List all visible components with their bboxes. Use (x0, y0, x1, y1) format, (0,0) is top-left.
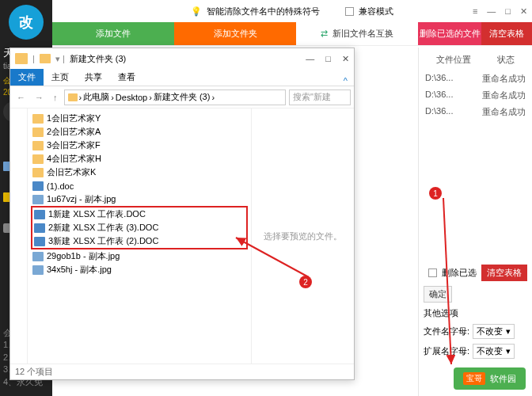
minimize-icon[interactable]: — (487, 6, 496, 17)
col-status: 状态 (497, 54, 515, 66)
ext-case-label: 扩展名字母: (424, 345, 469, 357)
del-checkbox[interactable] (428, 268, 437, 277)
highlight-box: 1新建 XLSX 工作表.DOC 2新建 XLSX 工作表 (3).DOC 3新… (31, 206, 248, 249)
bulb-icon: 💡 (191, 6, 202, 17)
list-item[interactable]: 会旧艺术家K (28, 166, 251, 179)
filename-case-label: 文件名字母: (424, 326, 469, 337)
list-item[interactable]: 3新建 XLSX 工作表 (2).DOC (32, 234, 246, 248)
del-label: 删除已选 (442, 267, 477, 279)
status-bar: 12 个项目 (10, 364, 354, 379)
file-explorer-window: | ▾ | 新建文件夹 (3) — □ ✕ 文件 主页 共享 查看 ^ ← → … (10, 48, 355, 380)
folder-icon (40, 54, 51, 63)
ribbon-tabs: 文件 主页 共享 查看 ^ (10, 69, 354, 86)
delete-selected-button[interactable]: 删除已选的文件 (418, 22, 481, 45)
list-item[interactable]: 1会旧艺术家Y (28, 112, 251, 125)
tab-home[interactable]: 主页 (44, 69, 77, 86)
list-item[interactable]: 34x5hj - 副本.jpg (28, 263, 251, 276)
filename-case-select[interactable]: 不改变▾ (473, 324, 515, 339)
folder-icon (32, 168, 44, 177)
image-icon (32, 252, 44, 261)
breadcrumb[interactable]: ›此电脑 ›Desktop ›新建文件夹 (3) › (64, 89, 287, 105)
tab-share[interactable]: 共享 (77, 69, 110, 86)
col-path: 文件位置 (436, 54, 471, 66)
callout-2: 2 (299, 276, 312, 288)
callout-1: 1 (429, 187, 442, 200)
forward-icon[interactable]: → (32, 93, 47, 102)
tip-text: 智能清除文件名中的特殊符号 (207, 6, 320, 17)
preview-pane: 选择要预览的文件。 (251, 109, 354, 364)
compat-label: 兼容模式 (359, 6, 393, 17)
image-icon (32, 265, 44, 275)
folder-icon (68, 93, 78, 101)
result-row[interactable]: D:\36...重命名成功 (424, 87, 527, 104)
list-item[interactable]: 29gob1b - 副本.jpg (28, 249, 251, 263)
chevron-down-icon: ▾ (506, 326, 511, 337)
list-item[interactable]: 2会旧艺术家A (28, 125, 251, 139)
folder-icon (32, 154, 44, 164)
folder-icon (32, 128, 44, 137)
tab-view[interactable]: 查看 (110, 69, 143, 86)
folder-icon (32, 114, 44, 124)
app-logo: 改 (9, 5, 44, 40)
add-folder-button[interactable]: 添加文件夹 (174, 22, 296, 45)
close-icon[interactable]: ✕ (342, 54, 349, 64)
image-icon (32, 195, 44, 204)
doc-icon (34, 237, 45, 246)
list-item[interactable]: 1u67vzj - 副本.jpg (28, 192, 251, 206)
folder-icon (15, 53, 28, 64)
back-icon[interactable]: ← (13, 93, 28, 102)
list-item[interactable]: 4会旧艺术家H (28, 152, 251, 166)
ext-case-select[interactable]: 不改变▾ (473, 344, 515, 359)
chevron-down-icon: ▾ (506, 346, 511, 356)
window-title: 新建文件夹 (3) (70, 53, 127, 65)
list-item[interactable]: 2新建 XLSX 工作表 (3).DOC (32, 221, 246, 234)
maximize-icon[interactable]: □ (505, 6, 511, 17)
list-item[interactable]: (1).doc (28, 179, 251, 192)
confirm-button[interactable]: 确定 (424, 286, 452, 303)
ribbon-toggle-icon[interactable]: ^ (337, 76, 354, 86)
nav-pane[interactable] (10, 109, 28, 364)
result-row[interactable]: D:\36...重命名成功 (424, 70, 527, 87)
explorer-titlebar[interactable]: | ▾ | 新建文件夹 (3) — □ ✕ (10, 48, 354, 69)
doc-icon (32, 181, 44, 191)
list-item[interactable]: 3会旧艺术家F (28, 139, 251, 152)
swap-icon: ⇄ (321, 29, 328, 39)
swap-button[interactable]: ⇄新旧文件名互换 (296, 22, 418, 45)
list-item[interactable]: 1新建 XLSX 工作表.DOC (32, 208, 246, 221)
results-pane: 文件位置 状态 D:\36...重命名成功 D:\36...重命名成功 D:\3… (418, 48, 532, 396)
main-toolbar: 添加文件 添加文件夹 ⇄新旧文件名互换 删除已选的文件 清空表格 (52, 22, 532, 46)
folder-icon (32, 141, 44, 150)
search-input[interactable]: 搜索"新建 (289, 89, 351, 105)
up-icon[interactable]: ↑ (50, 93, 61, 102)
result-row[interactable]: D:\36...重命名成功 (424, 104, 527, 120)
other-options-label: 其他选项 (424, 307, 458, 319)
minimize-icon[interactable]: — (306, 54, 314, 64)
file-list: 1会旧艺术家Y 2会旧艺术家A 3会旧艺术家F 4会旧艺术家H 会旧艺术家K (… (28, 109, 251, 364)
clear-button[interactable]: 清空表格 (481, 265, 527, 281)
settings-icon[interactable]: ≡ (473, 6, 477, 17)
app-titlebar: 💡 智能清除文件名中的特殊符号 兼容模式 ≡ — □ ✕ (52, 0, 532, 22)
clear-table-button[interactable]: 清空表格 (481, 22, 532, 45)
close-icon[interactable]: ✕ (520, 6, 527, 17)
compat-checkbox[interactable] (345, 7, 354, 16)
address-bar: ← → ↑ ›此电脑 ›Desktop ›新建文件夹 (3) › 搜索"新建 (10, 86, 354, 109)
watermark: 宝哥软件园 (454, 367, 526, 390)
maximize-icon[interactable]: □ (325, 54, 331, 64)
add-file-button[interactable]: 添加文件 (52, 22, 174, 45)
doc-icon (34, 223, 45, 233)
tab-file[interactable]: 文件 (10, 69, 44, 86)
doc-icon (34, 210, 45, 219)
